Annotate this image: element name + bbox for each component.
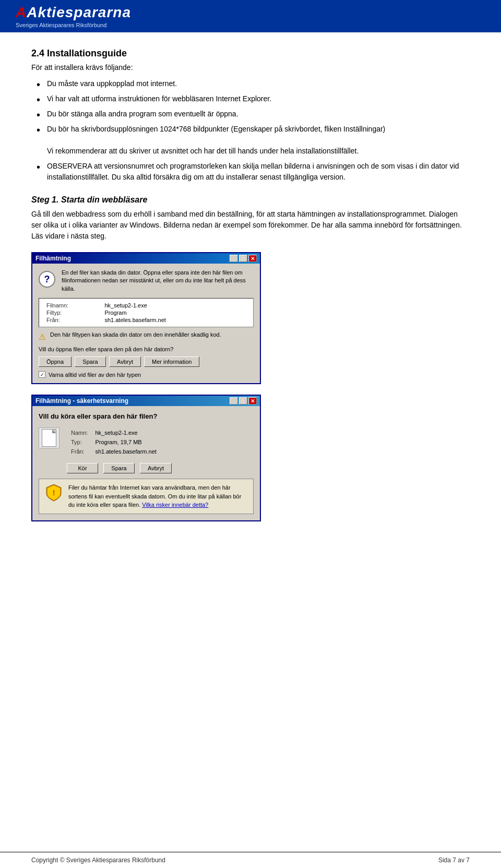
dialog2-titlebar-buttons: _ □ ✕ xyxy=(230,397,257,405)
main-content: 2.4 Installationsguide För att installer… xyxy=(0,32,501,574)
table-row: Från: sh1.ateles.basefarm.net xyxy=(68,447,160,456)
header: AAktiespararna Sveriges Aktiesparares Ri… xyxy=(0,0,501,32)
svg-text:!: ! xyxy=(53,489,55,497)
dialog2-security-bottom: ! Filer du hämtar från Internet kan vara… xyxy=(39,479,254,514)
dialog1-save-btn[interactable]: Spara xyxy=(75,356,106,367)
dialog2-question: Vill du köra eller spara den här filen? xyxy=(39,412,254,420)
type-value: Program, 19,7 MB xyxy=(92,438,159,446)
dialog1-more-info-btn[interactable]: Mer information xyxy=(144,356,199,367)
type-label: Typ: xyxy=(68,438,91,446)
dialog1-warning-row: ⚠ Den här filtypen kan skada din dator o… xyxy=(39,331,254,342)
dialog1-checkbox[interactable]: ✓ xyxy=(39,371,45,378)
dialog2-title: Filhämtning - säkerhetsvarning xyxy=(35,397,128,405)
shield-icon: ! xyxy=(44,483,63,502)
file-info-table: Filnamn: hk_setup2-1.exe Filtyp: Program… xyxy=(44,302,248,324)
dialog1-titlebar-buttons: _ □ ✕ xyxy=(230,255,257,262)
footer-page-info: Sida 7 av 7 xyxy=(438,857,470,864)
page-title: 2.4 Installationsguide xyxy=(31,48,470,59)
filetype-label: Filtyp: xyxy=(44,309,102,316)
footer-copyright: Copyright © Sveriges Aktiesparares Riksf… xyxy=(31,857,165,864)
filetype-value: Program xyxy=(102,309,248,316)
dialog1-minimize-btn[interactable]: _ xyxy=(230,255,238,262)
dialog2-buttons: Kör Spara Avbryt xyxy=(39,463,254,473)
filename-label: Filnamn: xyxy=(44,302,102,309)
from-label: Från: xyxy=(44,316,102,324)
logo-sub: Sveriges Aktiesparares Riksförbund xyxy=(16,22,131,28)
table-row: Från: sh1.ateles.basefarm.net xyxy=(44,316,248,324)
dialog2-cancel-btn[interactable]: Avbryt xyxy=(140,463,172,473)
from-value: sh1.ateles.basefarm.net xyxy=(92,447,159,456)
warning-triangle-icon: ⚠ xyxy=(39,332,46,342)
dialog1-warning-note: Den här filtypen kan skada din dator om … xyxy=(50,331,221,338)
list-item: Du måste vara uppkopplad mot internet. xyxy=(31,78,470,89)
dialog1-message: En del filer kan skada din dator. Öppna … xyxy=(62,269,254,293)
list-item: Du bör stänga alla andra program som eve… xyxy=(31,109,470,120)
name-label: Namn: xyxy=(68,429,91,437)
dialog1-close-btn[interactable]: ✕ xyxy=(248,255,257,262)
dialog1-open-btn[interactable]: Öppna xyxy=(39,356,71,367)
step1-heading: Steg 1. Starta din webbläsare xyxy=(31,195,470,205)
dialog2-maximize-btn[interactable]: □ xyxy=(239,397,247,405)
list-item: Vi har valt att utforma instruktionen fö… xyxy=(31,93,470,104)
from-value: sh1.ateles.basefarm.net xyxy=(102,316,248,324)
dialog2-window: Filhämtning - säkerhetsvarning _ □ ✕ Vil… xyxy=(31,395,261,521)
requirements-list: Du måste vara uppkopplad mot internet. V… xyxy=(31,78,470,183)
file-icon-box xyxy=(39,427,59,448)
list-item: Du bör ha skrivbordsupplösningen 1024*76… xyxy=(31,124,470,157)
dialog1-titlebar: Filhämtning _ □ ✕ xyxy=(32,253,260,264)
dialog2-close-btn[interactable]: ✕ xyxy=(248,397,257,405)
dialog1-checkbox-row: ✓ Varna alltid vid filer av den här type… xyxy=(39,371,254,378)
footer: Copyright © Sveriges Aktiesparares Riksf… xyxy=(0,852,501,868)
dialog1-window: Filhämtning _ □ ✕ ? En del filer kan ska… xyxy=(31,252,261,384)
dialog2-minimize-btn[interactable]: _ xyxy=(230,397,238,405)
table-row: Filnamn: hk_setup2-1.exe xyxy=(44,302,248,309)
dialog2-top: Namn: hk_setup2-1.exe Typ: Program, 19,7… xyxy=(39,427,254,457)
name-value: hk_setup2-1.exe xyxy=(92,429,159,437)
dialog2-body: Vill du köra eller spara den här filen? … xyxy=(32,406,260,520)
dialog1-container: Filhämtning _ □ ✕ ? En del filer kan ska… xyxy=(31,252,470,521)
logo: AAktiespararna Sveriges Aktiesparares Ri… xyxy=(16,4,131,28)
table-row: Filtyp: Program xyxy=(44,309,248,316)
dialog1-file-info: Filnamn: hk_setup2-1.exe Filtyp: Program… xyxy=(39,298,254,327)
dialog1-body: ? En del filer kan skada din dator. Öppn… xyxy=(32,264,260,383)
dialog2-titlebar: Filhämtning - säkerhetsvarning _ □ ✕ xyxy=(32,396,260,406)
page-intro: För att installera krävs följande: xyxy=(31,62,470,73)
dialog1-question: Vill du öppna filen eller spara den på d… xyxy=(39,346,254,352)
dialog1-maximize-btn[interactable]: □ xyxy=(239,255,247,262)
dialog1-checkbox-label: Varna alltid vid filer av den här typen xyxy=(49,372,141,378)
dialog2-save-btn[interactable]: Spara xyxy=(103,463,135,473)
table-row: Namn: hk_setup2-1.exe xyxy=(68,429,160,437)
dialog1-title: Filhämtning xyxy=(35,255,71,262)
security-file-table: Namn: hk_setup2-1.exe Typ: Program, 19,7… xyxy=(67,427,161,457)
dialog1-buttons: Öppna Spara Avbryt Mer information xyxy=(39,356,254,367)
file-icon xyxy=(42,429,56,447)
dialog2-security-note: Filer du hämtar från Internet kan vara a… xyxy=(68,483,248,509)
from-label: Från: xyxy=(68,447,91,456)
filename-value: hk_setup2-1.exe xyxy=(102,302,248,309)
logo-main: AAktiespararna xyxy=(16,4,131,21)
dialog1-cancel-btn[interactable]: Avbryt xyxy=(109,356,141,367)
dialog2-run-btn[interactable]: Kör xyxy=(67,463,98,473)
list-item: OBSERVERA att versionsnumret och program… xyxy=(31,161,470,183)
dialog1-top-section: ? En del filer kan skada din dator. Öppn… xyxy=(39,269,254,293)
table-row: Typ: Program, 19,7 MB xyxy=(68,438,160,446)
step1-text: Gå till den webbadress som du erhöll i s… xyxy=(31,209,470,242)
question-icon: ? xyxy=(39,271,55,288)
dialog2-security-link[interactable]: Vilka risker innebär detta? xyxy=(142,502,208,508)
